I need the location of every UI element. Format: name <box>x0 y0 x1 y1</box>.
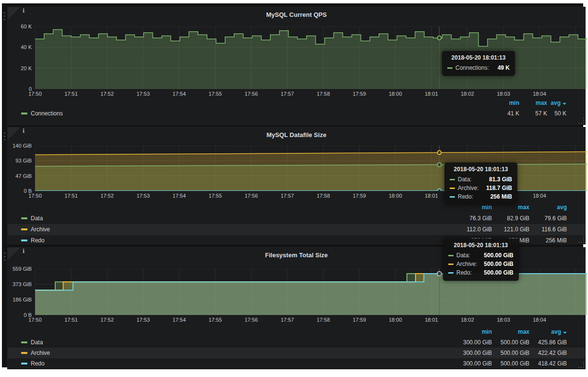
y-tick-label: 93 GiB <box>10 158 32 163</box>
panel-resize-handle[interactable] <box>578 237 584 243</box>
tooltip-series-value: 118.7 GiB <box>486 185 512 191</box>
x-tick-label: 17:51 <box>61 91 82 97</box>
x-tick-label: 17:55 <box>205 193 226 199</box>
series-stat-value: 112.0 GiB <box>449 224 492 235</box>
series-swatch-icon <box>448 272 453 274</box>
series-swatch-icon[interactable] <box>21 352 27 354</box>
tooltip-series-value: 81.3 GiB <box>489 176 512 183</box>
legend-row: Archive300.00 GiB500.00 GiB422.42 GiB <box>8 348 585 358</box>
series-label[interactable]: Redo <box>31 237 45 244</box>
y-tick-label: 186 GiB <box>10 297 32 302</box>
x-tick-label: 17:55 <box>205 317 226 323</box>
x-tick-label: 17:54 <box>169 91 190 97</box>
row-drag-handle[interactable] <box>2 10 6 21</box>
panel-title[interactable]: MySQL Datafile Size <box>8 131 585 138</box>
y-tick-label: 140 GiB <box>10 143 32 149</box>
row-drag-handle[interactable] <box>2 130 6 141</box>
legend-sort-max[interactable]: max <box>486 327 529 337</box>
series-swatch-icon <box>447 67 453 69</box>
series-stat-value: 422.42 GiB <box>524 348 567 358</box>
legend-header-row: minmaxavg <box>8 98 585 108</box>
x-tick-label: 18:01 <box>421 91 442 97</box>
legend-header-row: minmaxavg <box>8 327 585 337</box>
x-tick-label: 18:04 <box>529 193 550 199</box>
x-tick-label: 18:01 <box>421 317 442 323</box>
series-swatch-icon <box>448 264 453 265</box>
series-swatch-icon[interactable] <box>21 113 27 114</box>
series-swatch-icon[interactable] <box>21 341 27 343</box>
y-tick-label: 559 GiB <box>10 266 32 272</box>
series-swatch-icon[interactable] <box>21 239 27 241</box>
x-tick-label: 17:53 <box>133 317 154 323</box>
tooltip-row: Connections:49 K <box>447 63 510 72</box>
x-tick-label: 17:50 <box>24 317 46 323</box>
x-tick-label: 17:58 <box>313 317 334 323</box>
x-tick-label: 18:02 <box>457 317 478 323</box>
x-tick-label: 18:03 <box>493 317 514 323</box>
series-label[interactable]: Archive <box>31 226 50 233</box>
graph-tooltip: 2018-05-20 18:01:13Connections:49 K <box>442 51 515 76</box>
tooltip-series-name: Data: <box>458 176 489 183</box>
series-label[interactable]: Data <box>31 339 43 346</box>
x-tick-label: 17:52 <box>97 317 118 323</box>
series-swatch-icon[interactable] <box>21 217 27 219</box>
y-tick-label: 47 GiB <box>10 173 32 179</box>
series-stat-value: 500.00 GiB <box>486 337 529 348</box>
panel-resize-handle[interactable] <box>578 118 584 124</box>
series-stat-value: 79.6 GiB <box>524 213 567 224</box>
series-swatch-icon[interactable] <box>21 228 27 230</box>
x-tick-label: 18:00 <box>385 91 406 97</box>
tooltip-series-value: 500.00 GiB <box>484 261 513 267</box>
caret-down-icon <box>563 332 567 334</box>
series-label[interactable]: Connections <box>31 110 63 117</box>
series-label[interactable]: Redo <box>31 360 45 367</box>
x-tick-label: 17:54 <box>169 193 190 199</box>
x-tick-label: 17:59 <box>349 91 370 97</box>
tooltip-series-value: 500.00 GiB <box>484 269 513 276</box>
tooltip-series-name: Archive: <box>456 261 484 267</box>
y-tick-label: 373 GiB <box>10 281 32 287</box>
x-tick-label: 17:50 <box>24 193 46 199</box>
legend-sort-avg[interactable]: avg <box>523 98 566 108</box>
tooltip-timestamp: 2018-05-20 18:01:13 <box>450 166 512 173</box>
tooltip-row: Redo:256 MiB <box>450 192 512 201</box>
x-tick-label: 17:58 <box>313 193 334 199</box>
legend-row: Archive112.0 GiB121.0 GiB116.6 GiB <box>8 224 585 235</box>
series-swatch-icon[interactable] <box>21 363 27 364</box>
x-tick-label: 18:00 <box>385 317 406 323</box>
x-tick-label: 17:54 <box>169 317 190 323</box>
caret-down-icon <box>563 103 566 105</box>
legend-sort-avg[interactable]: avg <box>524 327 567 337</box>
legend-row: Data76.3 GiB82.9 GiB79.6 GiB <box>8 213 585 224</box>
row-drag-handle[interactable] <box>2 251 6 261</box>
legend-sort-avg[interactable]: avg <box>524 202 567 213</box>
series-label[interactable]: Archive <box>31 350 50 356</box>
x-tick-label: 17:51 <box>61 317 82 323</box>
tooltip-timestamp: 2018-05-20 18:01:13 <box>448 242 514 249</box>
series-swatch-icon <box>450 196 455 198</box>
legend: minmaxavgConnections41 K57 K50 K <box>8 98 585 119</box>
series-stat-value: 425.86 GiB <box>524 337 567 348</box>
tooltip-series-value: 256 MiB <box>490 193 512 200</box>
legend-row: Connections41 K57 K50 K <box>8 108 585 119</box>
tooltip-series-value: 49 K <box>498 64 510 71</box>
legend: minmaxavgData300.00 GiB500.00 GiB425.86 … <box>8 327 585 369</box>
series-stat-value: 116.6 GiB <box>524 224 567 235</box>
x-tick-label: 17:59 <box>349 317 370 323</box>
x-tick-label: 18:04 <box>529 317 550 323</box>
series-label[interactable]: Data <box>31 215 43 222</box>
panel-title[interactable]: MySQL Current QPS <box>8 11 585 18</box>
tooltip-row: Archive:500.00 GiB <box>448 260 514 268</box>
panel-resize-handle[interactable] <box>578 362 584 368</box>
legend-row: Data300.00 GiB500.00 GiB425.86 GiB <box>8 337 585 348</box>
x-tick-label: 17:51 <box>61 193 82 199</box>
x-tick-label: 18:02 <box>457 91 478 97</box>
series-stat-value: 50 K <box>523 108 566 119</box>
x-tick-label: 18:00 <box>385 193 406 199</box>
x-tick-label: 18:01 <box>421 193 442 199</box>
x-tick-label: 17:52 <box>97 193 118 199</box>
x-tick-label: 17:53 <box>133 91 154 97</box>
legend-sort-min[interactable]: min <box>449 327 492 337</box>
series-stat-value: 300.00 GiB <box>449 348 492 358</box>
y-tick-label: 40 K <box>10 44 32 50</box>
